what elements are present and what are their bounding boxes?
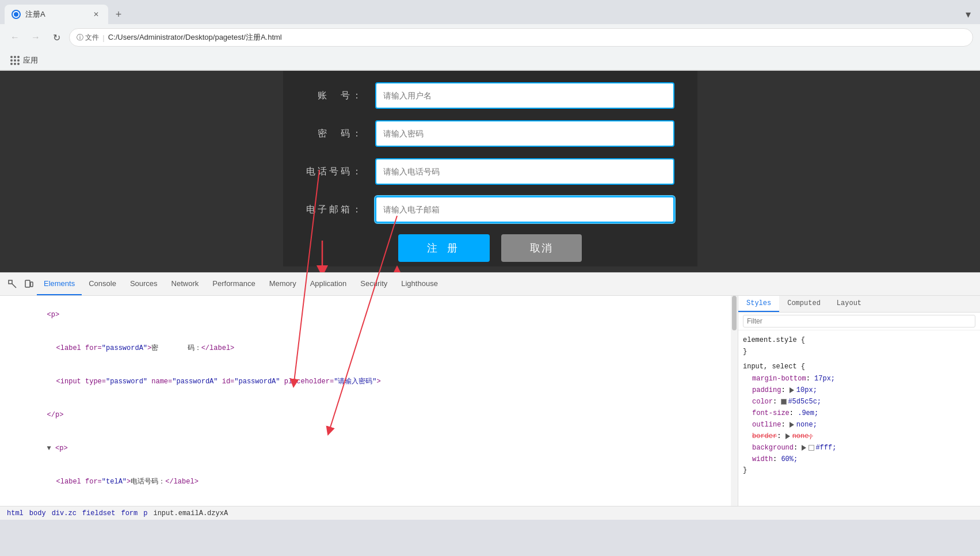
forward-button[interactable]: → (28, 29, 44, 45)
tab-memory[interactable]: Memory (262, 273, 303, 295)
form-buttons: 注 册 取消 (306, 234, 674, 262)
style-prop-width: width: 60%; (743, 454, 975, 465)
tab-console[interactable]: Console (82, 273, 123, 295)
address-lock-icon: ⓘ 文件 (77, 33, 99, 43)
styles-panel: Styles Computed Layout element.style { }… (738, 296, 980, 506)
tab-security[interactable]: Security (353, 273, 394, 295)
input-select-header: input, select { (743, 361, 975, 372)
styles-tab-styles[interactable]: Styles (738, 296, 779, 312)
cancel-button[interactable]: 取消 (501, 234, 582, 262)
breadcrumb-divzc[interactable]: div.zc (49, 509, 79, 517)
devtools-inspect-button[interactable] (5, 276, 21, 292)
new-tab-button[interactable]: + (110, 6, 127, 22)
input-select-close: } (743, 465, 975, 475)
dom-text: 密 码： (151, 344, 201, 352)
styles-filter-row (738, 313, 980, 330)
breadcrumb-html[interactable]: html (5, 509, 26, 517)
dom-tag-close: </label> (165, 478, 199, 486)
triangle-expand-icon2 (790, 422, 794, 428)
refresh-button[interactable]: ↻ (48, 29, 64, 45)
registration-form-container: 账 号： 密 码： 电话号码： 电子邮箱： 注 册 取消 (283, 71, 697, 266)
element-style-section: element.style { } (743, 335, 975, 357)
apps-bookmark[interactable]: 应用 (7, 53, 41, 68)
apps-grid-icon (10, 56, 20, 65)
style-prop-color: color: #5d5c5c; (743, 396, 975, 408)
dom-tag: <label for="passwordA"> (56, 344, 152, 352)
dom-tag-close: </label> (201, 344, 235, 352)
account-input[interactable] (375, 82, 674, 109)
svg-rect-4 (9, 280, 12, 284)
email-row: 电子邮箱： (306, 196, 674, 223)
svg-rect-6 (25, 280, 30, 287)
dom-line[interactable]: </p> (0, 398, 738, 432)
dom-line[interactable]: <input type="password" name="passwordA" … (0, 365, 738, 398)
address-bar-row: ← → ↻ ⓘ 文件 | C:/Users/Administrator/Desk… (0, 24, 980, 51)
dom-line-tela[interactable]: <input type="text" name="telA" id="telA"… (0, 498, 738, 506)
tab-elements[interactable]: Elements (37, 273, 82, 295)
bookmarks-bar: 应用 (0, 51, 980, 70)
styles-tab-layout[interactable]: Layout (829, 296, 870, 312)
tab-close-button[interactable]: ✕ (91, 9, 101, 20)
dom-tag: <label for="telA"> (56, 478, 131, 486)
svg-rect-7 (30, 282, 33, 287)
address-bar[interactable]: ⓘ 文件 | C:/Users/Administrator/Desktop/pa… (69, 28, 973, 47)
dom-scrollbar-thumb[interactable] (732, 296, 737, 330)
phone-row: 电话号码： (306, 158, 674, 185)
style-prop-outline: outline: none; (743, 419, 975, 431)
account-label: 账 号： (306, 90, 364, 102)
style-prop-font-size: font-size: .9em; (743, 408, 975, 419)
styles-tab-computed[interactable]: Computed (779, 296, 829, 312)
styles-filter-input[interactable] (743, 315, 975, 327)
style-prop-margin-bottom: margin-bottom: 17px; (743, 373, 975, 384)
tab-sources[interactable]: Sources (123, 273, 165, 295)
style-prop-padding: padding: 10px; (743, 384, 975, 396)
password-row: 密 码： (306, 120, 674, 147)
dom-line[interactable]: ▼ <p> (0, 432, 738, 465)
apps-label: 应用 (23, 55, 38, 66)
triangle-expand-icon4 (802, 445, 806, 451)
breadcrumb-p[interactable]: p (141, 509, 150, 517)
dom-line[interactable]: <p> (0, 298, 738, 332)
tab-performance[interactable]: Performance (205, 273, 262, 295)
breadcrumb-fieldset[interactable]: fieldset (80, 509, 118, 517)
dom-line[interactable]: <label for="passwordA">密 码：</label> (0, 332, 738, 365)
dom-line[interactable]: <label for="telA">电话号码：</label> (0, 465, 738, 498)
phone-input[interactable] (375, 158, 674, 185)
style-prop-background: background: #fff; (743, 442, 975, 454)
back-button[interactable]: ← (7, 29, 23, 45)
address-separator: | (102, 33, 104, 42)
tab-application[interactable]: Application (303, 273, 354, 295)
dom-text: 电话号码： (131, 478, 165, 486)
dom-scrollbar[interactable] (731, 296, 738, 506)
breadcrumb-bar: html body div.zc fieldset form p input.e… (0, 506, 980, 520)
styles-content: element.style { } input, select { margin… (738, 330, 980, 506)
color-swatch (781, 399, 787, 405)
devtools-device-button[interactable] (21, 276, 37, 292)
triangle-icon: ▼ (47, 444, 51, 452)
address-url-text: C:/Users/Administrator/Desktop/pagetest/… (108, 32, 282, 43)
tab-lighthouse[interactable]: Lighthouse (394, 273, 445, 295)
dom-tag-open: <p> (47, 311, 60, 319)
breadcrumb-form[interactable]: form (119, 509, 140, 517)
register-button[interactable]: 注 册 (398, 234, 490, 262)
tab-title: 注册A (25, 9, 45, 20)
tab-network[interactable]: Network (165, 273, 206, 295)
breadcrumb-input-emaila[interactable]: input.emailA.dzyxA (151, 509, 230, 517)
breadcrumb-body[interactable]: body (27, 509, 48, 517)
devtools-toolbar: Elements Console Sources Network Perform… (0, 273, 980, 296)
element-style-close: } (743, 346, 975, 357)
email-input[interactable] (375, 196, 674, 223)
browser-tab-active[interactable]: 注册A ✕ (5, 5, 108, 24)
dom-tag: </p> (47, 411, 64, 419)
style-prop-border: border: none; (743, 431, 975, 442)
email-label: 电子邮箱： (306, 204, 364, 216)
browser-chrome: 注册A ✕ + ▾ ← → ↻ ⓘ 文件 | C:/Users/Administ… (0, 0, 980, 71)
dom-panel[interactable]: <p> <label for="passwordA">密 码：</label> … (0, 296, 738, 506)
devtools-main-area: <p> <label for="passwordA">密 码：</label> … (0, 296, 980, 506)
tab-favicon-icon (12, 10, 21, 19)
dom-tag: <input type="password" name="passwordA" … (56, 378, 381, 386)
tab-dropdown-button[interactable]: ▾ (966, 8, 975, 21)
password-input[interactable] (375, 120, 674, 147)
page-content-area: 账 号： 密 码： 电话号码： 电子邮箱： 注 册 取消 (0, 71, 980, 272)
triangle-expand-icon3 (785, 433, 790, 439)
